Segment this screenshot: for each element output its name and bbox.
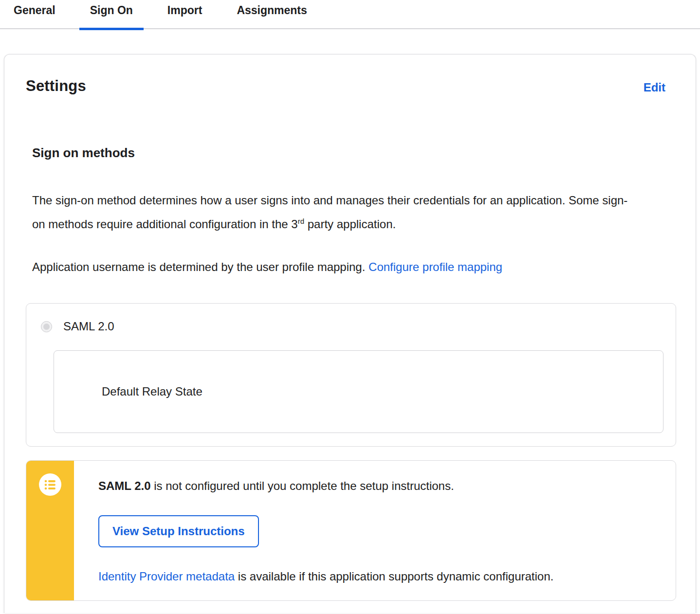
username-note: Application username is determined by th… [32,259,676,275]
settings-card: Settings Edit Sign on methods The sign-o… [4,54,696,613]
default-relay-state-box: Default Relay State [54,350,663,433]
metadata-note: Identity Provider metadata is available … [98,569,656,584]
app-tabbar: General Sign On Import Assignments [0,0,700,29]
tab-sign-on[interactable]: Sign On [90,0,133,29]
metadata-note-text: is available if this application support… [235,570,553,583]
callout-message: SAML 2.0 is not configured until you com… [98,478,656,494]
bullet-list-icon [39,473,61,496]
configure-profile-mapping-link[interactable]: Configure profile mapping [368,260,502,273]
identity-provider-metadata-link[interactable]: Identity Provider metadata [98,570,235,583]
sign-on-methods-heading: Sign on methods [32,145,676,161]
setup-caution-callout: SAML 2.0 is not configured until you com… [26,460,676,601]
saml-method-box: SAML 2.0 Default Relay State [26,303,676,447]
page-title: Settings [26,77,86,95]
description-superscript: rd [298,217,304,225]
default-relay-state-label: Default Relay State [102,385,203,398]
tab-import[interactable]: Import [167,0,203,29]
tab-general[interactable]: General [14,0,55,29]
saml-radio-button[interactable] [41,321,52,332]
view-setup-instructions-button[interactable]: View Setup Instructions [98,515,259,547]
description-text-2: party application. [304,217,396,231]
callout-yellow-strip [26,461,74,600]
edit-button[interactable]: Edit [644,81,665,94]
saml-radio-row: SAML 2.0 [41,320,663,333]
callout-message-text: is not configured until you complete the… [151,479,454,492]
callout-message-bold: SAML 2.0 [98,479,151,492]
username-note-text: Application username is determined by th… [32,260,368,273]
saml-radio-label: SAML 2.0 [63,320,114,333]
tab-assignments[interactable]: Assignments [237,0,307,29]
settings-card-header: Settings Edit [26,77,676,95]
callout-body: SAML 2.0 is not configured until you com… [74,461,676,600]
sign-on-method-description: The sign-on method determines how a user… [32,188,638,236]
